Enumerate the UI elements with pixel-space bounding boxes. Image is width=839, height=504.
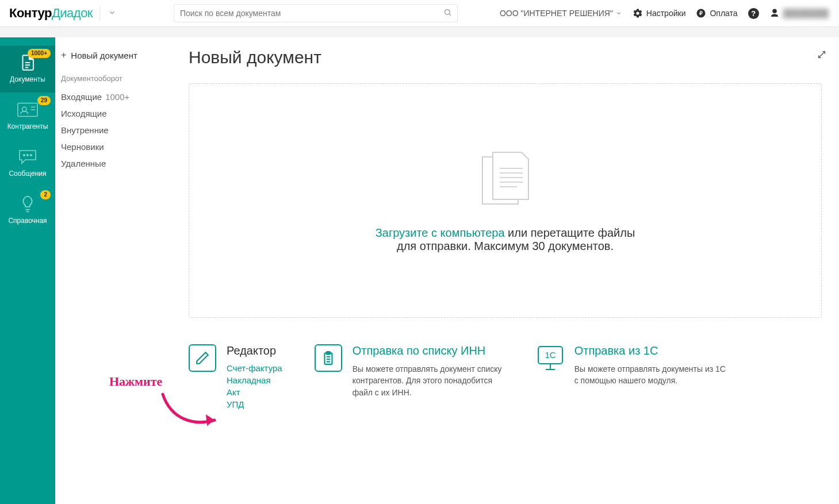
badge: 29 xyxy=(37,96,51,105)
submenu: + Новый документ Документооборот Входящи… xyxy=(55,37,171,504)
submenu-item-deleted[interactable]: Удаленные xyxy=(61,155,162,172)
svg-text:1С: 1С xyxy=(545,350,555,360)
sidebar-item-documents[interactable]: 1000+ Документы xyxy=(0,45,55,93)
topbar-right: ООО "ИНТЕРНЕТ РЕШЕНИЯ" Настройки ₽ Оплат… xyxy=(500,8,829,19)
new-document-button[interactable]: + Новый документ xyxy=(61,50,162,60)
card-onec[interactable]: 1С Отправка из 1С Вы можете отправлять д… xyxy=(537,344,726,411)
editor-link-act[interactable]: Акт xyxy=(227,387,282,397)
svg-point-12 xyxy=(27,155,29,156)
divider xyxy=(99,6,100,21)
annotation-label: Нажмите xyxy=(109,374,162,389)
card-editor-title: Редактор xyxy=(227,344,282,357)
user-name: ████████ xyxy=(783,9,829,18)
submenu-item-label: Черновики xyxy=(61,142,104,152)
submenu-item-inbox[interactable]: Входящие 1000+ xyxy=(61,89,162,105)
chevron-down-icon[interactable] xyxy=(108,9,116,18)
submenu-item-label: Исходящие xyxy=(61,109,107,118)
sidebar-item-label: Контрагенты xyxy=(7,122,48,130)
topbar: КонтурДиадок ООО "ИНТЕРНЕТ РЕШЕНИЯ" Наст… xyxy=(0,0,839,27)
submenu-item-count: 1000+ xyxy=(105,92,129,102)
upload-link[interactable]: Загрузите с компьютера xyxy=(376,226,505,239)
editor-link-upd[interactable]: УПД xyxy=(227,399,282,409)
settings-link[interactable]: Настройки xyxy=(633,8,686,18)
submenu-item-internal[interactable]: Внутренние xyxy=(61,122,162,138)
sidebar-item-label: Справочная xyxy=(8,217,47,225)
org-selector[interactable]: ООО "ИНТЕРНЕТ РЕШЕНИЯ" xyxy=(500,9,622,18)
plus-icon: + xyxy=(61,50,66,60)
logo-part1: Контур xyxy=(9,6,52,20)
annotation-arrow-icon xyxy=(160,391,223,433)
search-input[interactable] xyxy=(174,4,458,22)
submenu-item-label: Внутренние xyxy=(61,125,109,135)
lightbulb-icon xyxy=(16,195,39,213)
billing-link[interactable]: ₽ Оплата xyxy=(696,8,737,18)
editor-links: Счет-фактура Накладная Акт УПД xyxy=(227,363,282,409)
gear-icon xyxy=(633,8,643,18)
editor-icon xyxy=(189,344,216,372)
settings-label: Настройки xyxy=(646,9,686,18)
submenu-item-label: Удаленные xyxy=(61,159,106,168)
page-title: Новый документ xyxy=(189,48,822,67)
submenu-item-label: Входящие xyxy=(61,92,102,102)
contacts-icon xyxy=(16,101,39,119)
badge: 1000+ xyxy=(28,49,51,58)
billing-label: Оплата xyxy=(710,9,737,18)
submenu-section-title: Документооборот xyxy=(61,74,162,83)
editor-link-waybill[interactable]: Накладная xyxy=(227,375,282,385)
help-link[interactable]: ? xyxy=(748,8,759,19)
svg-point-13 xyxy=(30,155,32,156)
card-onec-text: Вы можете отправлять документы из 1С с п… xyxy=(574,363,726,387)
card-inn-title: Отправка по списку ИНН xyxy=(353,344,504,357)
divider-shelf xyxy=(0,27,839,37)
svg-line-14 xyxy=(819,52,825,58)
svg-marker-20 xyxy=(206,414,214,426)
ruble-icon: ₽ xyxy=(696,8,706,18)
expand-icon[interactable] xyxy=(817,50,826,61)
user-menu[interactable]: ████████ xyxy=(769,8,829,18)
sidebar-item-label: Сообщения xyxy=(9,170,46,178)
card-onec-title: Отправка из 1С xyxy=(574,344,726,357)
svg-point-8 xyxy=(22,107,27,111)
global-search xyxy=(174,4,458,22)
submenu-item-drafts[interactable]: Черновики xyxy=(61,138,162,155)
documents-illustration-icon xyxy=(471,149,540,215)
badge: 2 xyxy=(40,190,51,199)
card-inn-text: Вы можете отправлять документ списку кон… xyxy=(353,363,504,398)
monitor-1c-icon: 1С xyxy=(537,344,564,372)
clipboard-icon xyxy=(315,344,342,372)
svg-text:₽: ₽ xyxy=(699,10,703,16)
help-icon: ? xyxy=(748,8,759,19)
sidebar-item-counterparties[interactable]: 29 Контрагенты xyxy=(0,93,55,140)
card-inn[interactable]: Отправка по списку ИНН Вы можете отправл… xyxy=(315,344,504,411)
dropzone-rest1: или перетащите файлы xyxy=(505,226,635,239)
svg-rect-22 xyxy=(326,352,330,354)
org-name: ООО "ИНТЕРНЕТ РЕШЕНИЯ" xyxy=(500,9,613,18)
dropzone-rest2: для отправки. Максимум 30 документов. xyxy=(397,240,614,252)
sidebar: 1000+ Документы 29 Контрагенты Сообщения… xyxy=(0,37,55,504)
svg-point-11 xyxy=(24,155,25,156)
sidebar-item-label: Документы xyxy=(10,75,45,83)
main-panel: Новый документ xyxy=(171,37,839,504)
submenu-item-outbox[interactable]: Исходящие xyxy=(61,105,162,122)
chat-icon xyxy=(16,148,39,166)
editor-link-invoice[interactable]: Счет-фактура xyxy=(227,363,282,373)
dropzone-text: Загрузите с компьютера или перетащите фа… xyxy=(376,226,635,253)
user-icon xyxy=(769,8,780,18)
sidebar-item-help[interactable]: 2 Справочная xyxy=(0,187,55,234)
logo-part2: Диадок xyxy=(52,6,93,20)
logo[interactable]: КонтурДиадок xyxy=(9,6,93,21)
sidebar-item-messages[interactable]: Сообщения xyxy=(0,140,55,187)
new-document-label: Новый документ xyxy=(71,51,137,60)
page-body: 1000+ Документы 29 Контрагенты Сообщения… xyxy=(0,37,839,504)
upload-dropzone[interactable]: Загрузите с компьютера или перетащите фа… xyxy=(189,83,822,318)
cards-row: Нажмите Редактор Счет-фактура Накладная xyxy=(189,344,822,411)
